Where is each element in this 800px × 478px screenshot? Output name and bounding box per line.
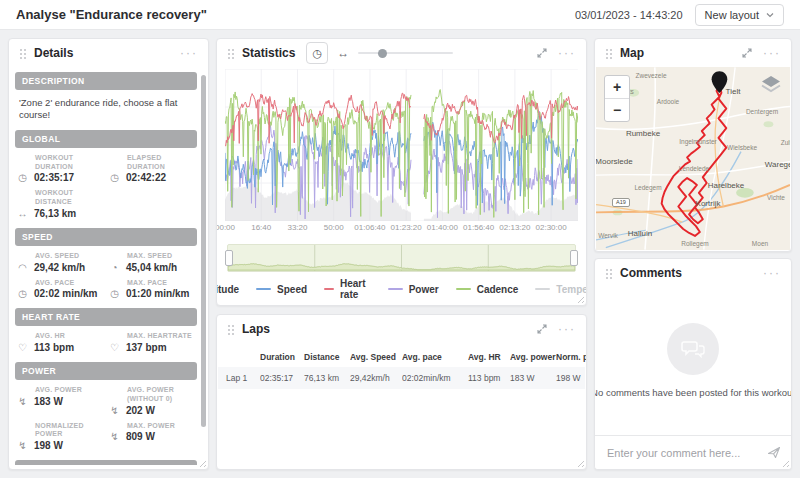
expand-icon[interactable] xyxy=(741,47,753,59)
drag-handle-icon[interactable] xyxy=(605,268,613,279)
distance-axis-icon[interactable]: ↔ xyxy=(337,46,349,60)
map-park xyxy=(764,121,774,127)
details-title: Details xyxy=(34,46,73,60)
comment-input[interactable] xyxy=(605,446,759,460)
heart-icon: ♡ xyxy=(107,342,122,353)
details-body: DESCRIPTION'Zone 2' endurance ride, choo… xyxy=(13,69,199,465)
comments-empty-text: No comments have been posted for this wo… xyxy=(594,387,792,398)
x-axis-tick-label: 01:40:00 xyxy=(427,223,458,232)
details-items-grid: WORKOUT DURATION◷02:35:17ELAPSED DURATIO… xyxy=(13,151,199,225)
map-label-halluin: Halluin xyxy=(628,229,652,238)
lap-value-cell: 02:35:17 xyxy=(260,373,304,383)
drag-handle-icon[interactable] xyxy=(227,324,235,335)
laps-header-cell: Distance xyxy=(304,352,350,362)
map-label-zulte: Zulte xyxy=(781,139,790,146)
details-item: AVG. PACE◷02:02 min/km xyxy=(15,279,105,300)
comments-menu-icon[interactable]: ··· xyxy=(763,267,781,279)
drag-handle-icon[interactable] xyxy=(605,48,613,59)
expand-icon[interactable] xyxy=(536,47,548,59)
zoom-in-button[interactable]: + xyxy=(605,76,629,98)
laps-resize-handle[interactable] xyxy=(575,458,584,467)
heart-icon: ♡ xyxy=(15,342,30,353)
map-menu-icon[interactable]: ··· xyxy=(763,47,781,59)
details-item-label: MAX. HEARTRATE xyxy=(127,332,197,341)
map-label-tielt: Tielt xyxy=(726,87,741,96)
chart-range-selector[interactable] xyxy=(227,244,576,272)
legend-item-cadence[interactable]: Cadence xyxy=(456,284,519,295)
workout-datetime: 03/01/2023 - 14:43:20 xyxy=(575,9,683,21)
map-canvas[interactable]: ZwevezeleGitsArdooieTieltDentergemRumbek… xyxy=(596,67,790,250)
legend-label: Power xyxy=(409,284,439,295)
comment-input-bar xyxy=(595,435,791,469)
chart-zoom-slider[interactable] xyxy=(358,48,453,58)
details-item-value: 02:02 min/km xyxy=(34,288,97,299)
details-items-grid: AVG. SPEED◠29,42 km/hMAX. SPEED◔45,04 km… xyxy=(13,249,199,306)
road-badge: A19 xyxy=(612,198,630,207)
details-item: NORMALIZED POWER↯198 W xyxy=(15,422,105,452)
legend-line-swatch xyxy=(324,288,334,290)
details-item-label: MAX. SPEED xyxy=(127,252,197,261)
map-label-ardooie: Ardooie xyxy=(657,98,679,105)
details-item-value: 183 W xyxy=(34,396,63,407)
map-label-waregem: Waregem xyxy=(765,160,790,169)
drag-handle-icon[interactable] xyxy=(227,48,235,59)
lap-value-cell: 183 W xyxy=(510,373,556,383)
stopwatch-icon: ◷ xyxy=(107,288,122,299)
details-item: AVG. POWER (WITHOUT 0)↯202 W xyxy=(107,386,197,416)
x-axis-tick-label: 01:06:40 xyxy=(354,223,385,232)
details-item-value: 202 W xyxy=(126,405,155,416)
statistics-menu-icon[interactable]: ··· xyxy=(558,47,576,59)
gauge-max-icon: ◔ xyxy=(107,262,122,273)
legend-item-heart-rate[interactable]: Heart rate xyxy=(324,278,371,300)
send-icon[interactable] xyxy=(767,446,781,459)
details-item: MAX. HEARTRATE♡137 bpm xyxy=(107,332,197,353)
legend-item-temperature[interactable]: Temperature xyxy=(535,284,587,295)
details-item-value: 01:20 min/km xyxy=(126,288,189,299)
bolt-icon: ↯ xyxy=(15,440,30,451)
expand-icon[interactable] xyxy=(536,323,548,335)
x-axis-tick-label: 00:00 xyxy=(216,223,235,232)
details-item-label: MAX. POWER xyxy=(127,422,197,431)
legend-label: Cadence xyxy=(477,284,519,295)
details-section-header: CADENCE xyxy=(15,460,197,465)
legend-line-swatch xyxy=(535,288,550,290)
comments-empty-state: No comments have been posted for this wo… xyxy=(595,287,791,433)
lap-value-cell: 113 bpm xyxy=(468,373,510,383)
legend-item-speed[interactable]: Speed xyxy=(256,284,307,295)
details-scrollbar[interactable] xyxy=(201,75,206,427)
details-item-value-row: ♡137 bpm xyxy=(107,342,197,353)
layers-icon[interactable] xyxy=(760,75,782,95)
legend-item-altitude[interactable]: Altitude xyxy=(216,284,239,295)
stopwatch-icon: ◷ xyxy=(15,288,30,299)
range-handle-left[interactable] xyxy=(225,250,233,266)
laps-menu-icon[interactable]: ··· xyxy=(558,323,576,335)
details-item-value: 198 W xyxy=(34,440,63,451)
map-label-zwevezele: Zwevezele xyxy=(635,72,666,79)
laps-row[interactable]: Lap 102:35:1776,13 km29,42km/h02:02min/k… xyxy=(218,367,585,389)
gauge-icon: ◠ xyxy=(15,262,30,273)
laps-header-row: DurationDistanceAvg. SpeedAvg. paceAvg. … xyxy=(218,347,585,367)
layout-selector-button[interactable]: New layout xyxy=(695,4,784,26)
statistics-chart[interactable] xyxy=(225,69,578,221)
drag-handle-icon[interactable] xyxy=(19,48,27,59)
slider-handle[interactable] xyxy=(378,49,387,58)
range-handle-right[interactable] xyxy=(570,250,578,266)
map-title: Map xyxy=(620,46,644,60)
details-item-value-row: ◷02:42:22 xyxy=(107,172,197,183)
lap-value-cell: 29,42km/h xyxy=(350,373,402,383)
details-item-value: 809 W xyxy=(126,431,155,442)
legend-item-power[interactable]: Power xyxy=(388,284,439,295)
details-menu-icon[interactable]: ··· xyxy=(180,47,198,59)
details-item-value-row: ↯198 W xyxy=(15,440,105,451)
map-label-wielsbeke: Wielsbeke xyxy=(727,144,757,151)
x-axis-tick-label: 16:40 xyxy=(251,223,271,232)
slider-track xyxy=(358,52,453,54)
arrows-h-icon: ↔ xyxy=(15,208,30,219)
details-item-value: 02:42:22 xyxy=(126,172,166,183)
zoom-out-button[interactable]: − xyxy=(605,98,629,121)
x-axis-tick-label: 02:30:00 xyxy=(536,223,567,232)
details-item: MAX. SPEED◔45,04 km/h xyxy=(107,252,197,273)
details-panel: Details ··· DESCRIPTION'Zone 2' enduranc… xyxy=(8,38,209,470)
time-axis-button[interactable]: ◷ xyxy=(306,42,328,64)
map-label-rollegem: Rollegem xyxy=(681,240,708,247)
